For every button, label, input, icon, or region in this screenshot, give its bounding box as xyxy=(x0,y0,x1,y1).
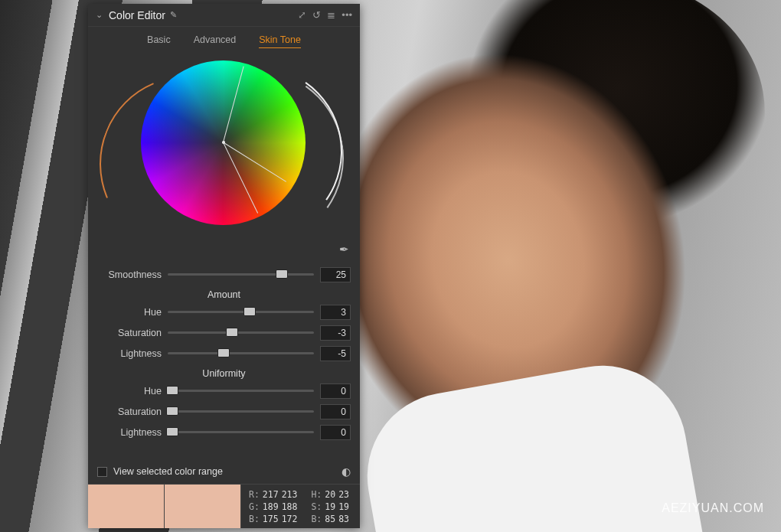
amount-lightness-label: Lightness xyxy=(97,348,162,359)
readout-v-label: B: xyxy=(311,514,322,524)
smoothness-slider[interactable] xyxy=(168,273,314,276)
readout-s-b: 19 xyxy=(338,501,349,512)
uniformity-hue-label: Hue xyxy=(97,386,162,397)
uniformity-saturation-label: Saturation xyxy=(97,406,162,417)
readout-r-label: R: xyxy=(249,489,260,500)
mask-icon[interactable]: ◐ xyxy=(341,465,351,478)
readout-s-a: 19 xyxy=(325,501,335,512)
swatch-after[interactable] xyxy=(165,485,241,528)
color-wheel-area: ✒ xyxy=(88,54,360,261)
readout-g-b: 188 xyxy=(282,501,298,512)
view-range-label: View selected color range xyxy=(113,466,223,477)
readout-g-a: 189 xyxy=(263,501,279,512)
amount-section-label: Amount xyxy=(97,285,351,302)
eyedropper-small-icon[interactable]: ✎ xyxy=(170,10,177,20)
readout-r-b: 213 xyxy=(282,489,298,500)
eyedropper-icon[interactable]: ✒ xyxy=(339,243,349,256)
amount-hue-label: Hue xyxy=(97,307,162,318)
tab-basic[interactable]: Basic xyxy=(147,34,171,48)
color-editor-panel: ⌄ Color Editor ✎ ⤢ ↺ ≣ ••• Basic Advance… xyxy=(88,4,360,528)
watermark: AEZIYUAN.COM xyxy=(662,501,764,515)
readout-s-label: S: xyxy=(311,501,322,512)
panel-header: ⌄ Color Editor ✎ ⤢ ↺ ≣ ••• xyxy=(88,4,360,27)
amount-saturation-label: Saturation xyxy=(97,328,162,338)
uniformity-lightness-slider[interactable] xyxy=(168,431,314,433)
readout-h-b: 23 xyxy=(338,489,349,500)
swatch-before[interactable] xyxy=(88,485,165,528)
readout-b-label: B: xyxy=(249,514,260,524)
sliders-group: Smoothness 25 Amount Hue 3 Saturation -3… xyxy=(88,261,360,446)
readout-g-label: G: xyxy=(249,501,260,512)
tab-bar: Basic Advanced Skin Tone xyxy=(88,27,360,54)
uniformity-saturation-value[interactable]: 0 xyxy=(320,404,351,419)
uniformity-hue-value[interactable]: 0 xyxy=(320,383,351,399)
collapse-icon[interactable]: ⌄ xyxy=(96,10,103,20)
smoothness-row: Smoothness 25 xyxy=(97,264,351,285)
readout-b-a: 175 xyxy=(263,514,279,524)
undo-icon[interactable]: ↺ xyxy=(312,9,321,21)
tab-skin-tone[interactable]: Skin Tone xyxy=(259,34,301,48)
readout-b-b: 172 xyxy=(282,514,298,524)
readout-v-b: 83 xyxy=(338,514,349,524)
smoothness-value[interactable]: 25 xyxy=(320,267,351,282)
copy-icon[interactable]: ≣ xyxy=(327,9,335,21)
readout-r-a: 217 xyxy=(263,489,279,500)
uniformity-hue-slider[interactable] xyxy=(168,390,314,392)
view-range-checkbox[interactable] xyxy=(97,467,107,477)
tab-advanced[interactable]: Advanced xyxy=(194,34,237,48)
amount-hue-value[interactable]: 3 xyxy=(320,305,351,320)
uniformity-section-label: Uniformity xyxy=(97,364,351,380)
uniformity-saturation-slider[interactable] xyxy=(168,410,314,413)
panel-title: Color Editor xyxy=(109,9,165,21)
panel-footer: View selected color range ◐ R:217213 G:1… xyxy=(88,459,360,528)
swatch-readout-row: R:217213 G:189188 B:175172 H:2023 S:1919… xyxy=(88,484,360,528)
readout-h-a: 20 xyxy=(325,489,335,500)
view-range-row: View selected color range ◐ xyxy=(88,459,360,484)
uniformity-lightness-value[interactable]: 0 xyxy=(320,425,351,440)
color-readout: R:217213 G:189188 B:175172 H:2023 S:1919… xyxy=(241,485,360,528)
amount-saturation-value[interactable]: -3 xyxy=(320,325,351,341)
expand-icon[interactable]: ⤢ xyxy=(298,9,306,21)
amount-lightness-slider[interactable] xyxy=(168,352,314,354)
amount-lightness-value[interactable]: -5 xyxy=(320,346,351,361)
uniformity-lightness-label: Lightness xyxy=(97,427,162,438)
readout-v-a: 85 xyxy=(325,514,335,524)
amount-saturation-slider[interactable] xyxy=(168,331,314,334)
readout-h-label: H: xyxy=(311,489,322,500)
more-icon[interactable]: ••• xyxy=(341,9,352,21)
smoothness-label: Smoothness xyxy=(97,269,162,280)
amount-hue-slider[interactable] xyxy=(168,311,314,313)
